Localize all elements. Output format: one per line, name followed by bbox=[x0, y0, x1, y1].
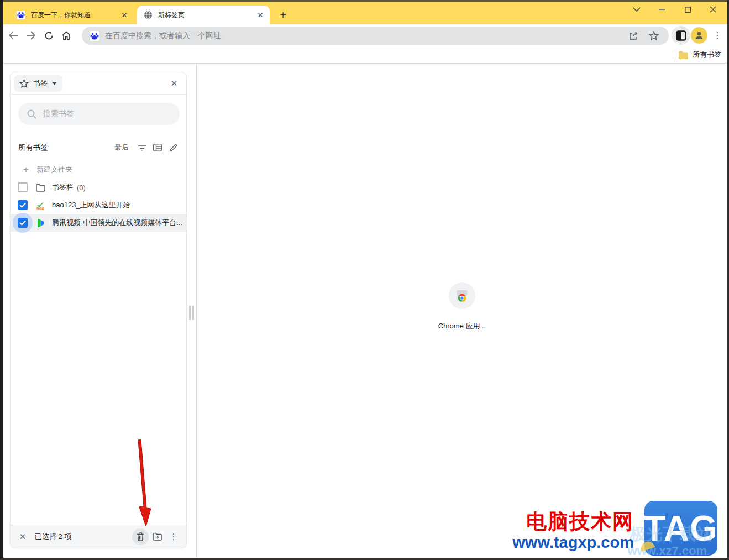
plus-icon: + bbox=[21, 165, 31, 175]
globe-favicon-icon bbox=[144, 11, 153, 19]
address-bar[interactable]: 在百度中搜索，或者输入一个网址 bbox=[82, 27, 669, 45]
baidu-favicon-icon bbox=[90, 31, 99, 41]
bookmarks-bar: 所有书签 bbox=[0, 46, 729, 64]
bookmark-star-icon[interactable] bbox=[646, 28, 662, 44]
watermark-faint-url: www.xz7.com bbox=[628, 544, 707, 558]
search-placeholder: 搜索书签 bbox=[43, 109, 74, 119]
address-bar-placeholder: 在百度中搜索，或者输入一个网址 bbox=[105, 31, 626, 41]
close-panel-icon[interactable]: ✕ bbox=[166, 76, 182, 91]
chrome-apps-shortcut[interactable]: Chrome 应用... bbox=[432, 282, 492, 331]
baidu-favicon-icon bbox=[17, 11, 25, 19]
close-window-button[interactable] bbox=[700, 2, 726, 17]
section-title: 所有书签 bbox=[18, 143, 114, 153]
star-icon bbox=[19, 79, 29, 88]
chevron-down-icon bbox=[52, 82, 57, 85]
panel-title: 书签 bbox=[33, 78, 48, 88]
bookmark-label: 腾讯视频-中国领先的在线视频媒体平台... bbox=[52, 218, 182, 228]
tab-close-icon[interactable]: ✕ bbox=[255, 10, 265, 20]
annotation-arrow bbox=[130, 439, 158, 536]
browser-menu-icon[interactable]: ⋮ bbox=[711, 27, 724, 44]
forward-button[interactable] bbox=[22, 27, 40, 44]
row-checkbox-checked[interactable] bbox=[18, 200, 28, 210]
bookmark-row-hao123[interactable]: hao hao123_上网从这里开始 bbox=[11, 196, 186, 214]
tab-close-icon[interactable]: ✕ bbox=[119, 10, 129, 20]
all-bookmarks-button[interactable]: 所有书签 bbox=[673, 46, 721, 63]
bookmark-label: 书签栏 bbox=[52, 182, 74, 192]
bookmark-row-bookmarks-bar[interactable]: 书签栏 (0) bbox=[11, 179, 186, 196]
all-bookmarks-label: 所有书签 bbox=[693, 50, 721, 60]
side-panel-toggle-button[interactable] bbox=[672, 26, 690, 45]
watermark-site-url: www.tagxp.com bbox=[512, 533, 634, 552]
browser-window: 百度一下，你就知道 ✕ 新标签页 ✕ + bbox=[0, 0, 729, 560]
bookmark-count: (0) bbox=[77, 184, 86, 192]
more-actions-icon[interactable]: ⋮ bbox=[165, 528, 182, 545]
hao123-favicon-icon: hao bbox=[36, 201, 45, 210]
chrome-apps-icon bbox=[449, 282, 475, 309]
selection-action-bar: ✕ 已选择 2 项 ⋮ bbox=[11, 525, 186, 548]
new-tab-button[interactable]: + bbox=[275, 7, 291, 23]
row-checkbox-unchecked[interactable] bbox=[18, 182, 28, 192]
minimize-button[interactable] bbox=[649, 2, 675, 17]
watermark-site-name: 电脑技术网 bbox=[526, 508, 634, 536]
navigation-toolbar: 在百度中搜索，或者输入一个网址 ⋮ bbox=[0, 24, 729, 46]
panel-type-dropdown[interactable]: 书签 bbox=[14, 75, 62, 92]
window-edge-top bbox=[0, 0, 729, 2]
search-bookmarks-input[interactable]: 搜索书签 bbox=[18, 103, 180, 125]
folder-outline-icon bbox=[36, 183, 45, 192]
svg-text:hao: hao bbox=[36, 205, 44, 210]
edit-pencil-icon[interactable] bbox=[166, 141, 180, 154]
search-icon bbox=[27, 109, 36, 119]
yellow-folder-icon bbox=[679, 51, 688, 59]
new-folder-label: 新建文件夹 bbox=[36, 165, 72, 175]
new-folder-button[interactable]: + 新建文件夹 bbox=[11, 161, 186, 179]
row-checkbox-checked[interactable] bbox=[18, 218, 28, 228]
window-edge-left bbox=[0, 0, 3, 560]
tencent-video-favicon-icon bbox=[36, 218, 45, 228]
tab-title: 百度一下，你就知道 bbox=[31, 11, 119, 20]
side-panel-header: 书签 ✕ bbox=[11, 72, 186, 95]
profile-avatar[interactable] bbox=[691, 27, 707, 44]
bookmarks-section-header: 所有书签 最后 bbox=[18, 140, 180, 155]
home-button[interactable] bbox=[57, 27, 75, 44]
bookmarks-side-panel: 书签 ✕ 搜索书签 所有书签 最后 bbox=[10, 72, 187, 548]
title-bar: 百度一下，你就知道 ✕ 新标签页 ✕ + bbox=[0, 0, 729, 24]
window-controls bbox=[624, 2, 726, 18]
watermark-faint-name: 极光下载站 bbox=[630, 523, 712, 546]
tab-baidu[interactable]: 百度一下，你就知道 ✕ bbox=[10, 6, 134, 24]
sort-order-icon[interactable] bbox=[135, 141, 149, 154]
bookmarks-bar-divider bbox=[673, 50, 673, 60]
bookmark-row-tencent-video[interactable]: 腾讯视频-中国领先的在线视频媒体平台... bbox=[11, 214, 186, 232]
share-icon[interactable] bbox=[626, 28, 642, 44]
selection-count-label: 已选择 2 项 bbox=[35, 532, 132, 542]
back-button[interactable] bbox=[4, 27, 22, 44]
tab-title: 新标签页 bbox=[158, 11, 255, 20]
tab-search-chevron-icon[interactable] bbox=[624, 2, 649, 17]
content-area: 书签 ✕ 搜索书签 所有书签 最后 bbox=[0, 64, 729, 560]
chrome-apps-label: Chrome 应用... bbox=[432, 321, 492, 331]
panel-resize-handle[interactable] bbox=[189, 306, 194, 320]
bookmarks-list: + 新建文件夹 书签栏 (0) bbox=[11, 161, 186, 232]
window-edge-bottom bbox=[0, 558, 729, 560]
maximize-button[interactable] bbox=[675, 2, 700, 17]
view-mode-icon[interactable] bbox=[151, 141, 164, 154]
bookmark-label: hao123_上网从这里开始 bbox=[52, 200, 130, 210]
clear-selection-icon[interactable]: ✕ bbox=[15, 529, 30, 545]
sort-label[interactable]: 最后 bbox=[114, 143, 129, 153]
tab-new-tab-page[interactable]: 新标签页 ✕ bbox=[137, 6, 270, 24]
side-panel-border bbox=[196, 64, 197, 560]
reload-button[interactable] bbox=[40, 27, 57, 44]
